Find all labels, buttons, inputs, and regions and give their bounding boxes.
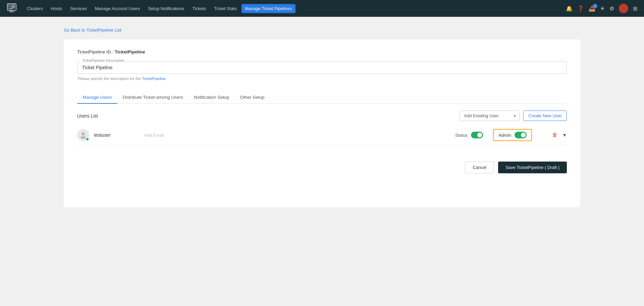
cancel-button[interactable]: Cancel	[465, 162, 494, 173]
svg-rect-3	[12, 6, 15, 7]
nav-ticket-stats[interactable]: Ticket Stats	[211, 4, 240, 13]
nav-clusters[interactable]: Clusters	[23, 4, 46, 13]
grid-icon[interactable]: ⊞	[633, 5, 637, 12]
delete-icon[interactable]: 🗑	[552, 132, 557, 138]
theme-icon[interactable]: ☀	[600, 5, 605, 12]
user-avatar[interactable]	[619, 4, 628, 13]
footer-actions: Cancel Save TicketPipeline ( Draft )	[77, 162, 567, 173]
create-new-user-button[interactable]: Create New User	[523, 111, 567, 121]
tab-manage-users[interactable]: Manage Users	[77, 91, 117, 104]
add-existing-wrapper: Add Existing User ▼	[460, 111, 520, 121]
admin-label: Admin	[498, 133, 511, 138]
svg-point-8	[82, 132, 85, 136]
add-existing-select[interactable]: Add Existing User	[460, 111, 520, 121]
tab-notification-setup[interactable]: Notification Setup	[189, 91, 235, 104]
description-hint: Please specify the description for the T…	[78, 77, 567, 81]
main-card: TicketPipeline ID : TicketPipeline Ticke…	[64, 39, 580, 207]
tab-distribute-ticket[interactable]: Distribute Ticket among Users	[117, 91, 189, 104]
description-value: Ticket Pipeline	[82, 65, 562, 70]
pipeline-id-value: TicketPipeline	[115, 49, 145, 54]
user-email[interactable]: Add Email	[144, 133, 455, 138]
bell-icon[interactable]: 🔔	[566, 5, 573, 12]
app-logo	[7, 2, 17, 14]
users-list-header: Users List Add Existing User ▼ Create Ne…	[77, 111, 567, 121]
tabs-row: Manage Users Distribute Ticket among Use…	[77, 91, 567, 104]
save-button[interactable]: Save TicketPipeline ( Draft )	[498, 162, 567, 173]
chevron-down-icon[interactable]: ▼	[562, 132, 567, 138]
notification-badge: 1	[593, 4, 597, 8]
nav-manage-account-users[interactable]: Manage Account Users	[92, 4, 143, 13]
page-wrapper: Go Back to TicketPipeline List TicketPip…	[0, 17, 644, 217]
navbar-icons: 🔔 ❓ 📥 1 ☀ ⚙ ⊞	[566, 4, 637, 13]
users-list-actions: Add Existing User ▼ Create New User	[460, 111, 567, 121]
user-actions: 🗑 ▼	[552, 132, 567, 138]
users-list-label: Users List	[77, 113, 98, 119]
nav-services[interactable]: Services	[67, 4, 90, 13]
navbar: Clusters Hosts Services Manage Account U…	[0, 0, 644, 17]
description-field[interactable]: TicketPipeline Description Ticket Pipeli…	[77, 61, 567, 74]
settings-icon[interactable]: ⚙	[609, 5, 614, 12]
tab-other-setup[interactable]: Other Setup	[235, 91, 270, 104]
nav-manage-ticket-pipelines[interactable]: Manage Ticket Pipelines	[241, 4, 296, 13]
nav-tickets[interactable]: Tickets	[189, 4, 210, 13]
help-icon[interactable]: ❓	[577, 5, 584, 12]
pipeline-id-label: TicketPipeline ID :	[77, 49, 113, 54]
back-link[interactable]: Go Back to TicketPipeline List	[64, 28, 121, 33]
status-label: Status	[455, 133, 468, 138]
download-icon[interactable]: 📥 1	[589, 5, 595, 12]
description-hint-link: TicketPipeline	[142, 77, 166, 81]
nav-setup-notifications[interactable]: Setup Notifications	[145, 4, 187, 13]
admin-box: Admin	[493, 129, 532, 141]
description-label: TicketPipeline Description	[81, 58, 126, 62]
status-toggle[interactable]	[471, 132, 483, 138]
avatar	[77, 129, 89, 141]
user-name: testuser	[94, 132, 144, 138]
table-row: testuser Add Email Status Admin 🗑 ▼	[77, 126, 567, 145]
nav-hosts[interactable]: Hosts	[48, 4, 65, 13]
pipeline-id-row: TicketPipeline ID : TicketPipeline	[77, 49, 567, 54]
svg-rect-1	[8, 5, 11, 7]
online-dot	[86, 138, 89, 141]
svg-rect-2	[12, 5, 15, 6]
svg-point-9	[80, 136, 86, 139]
admin-toggle[interactable]	[515, 132, 527, 138]
